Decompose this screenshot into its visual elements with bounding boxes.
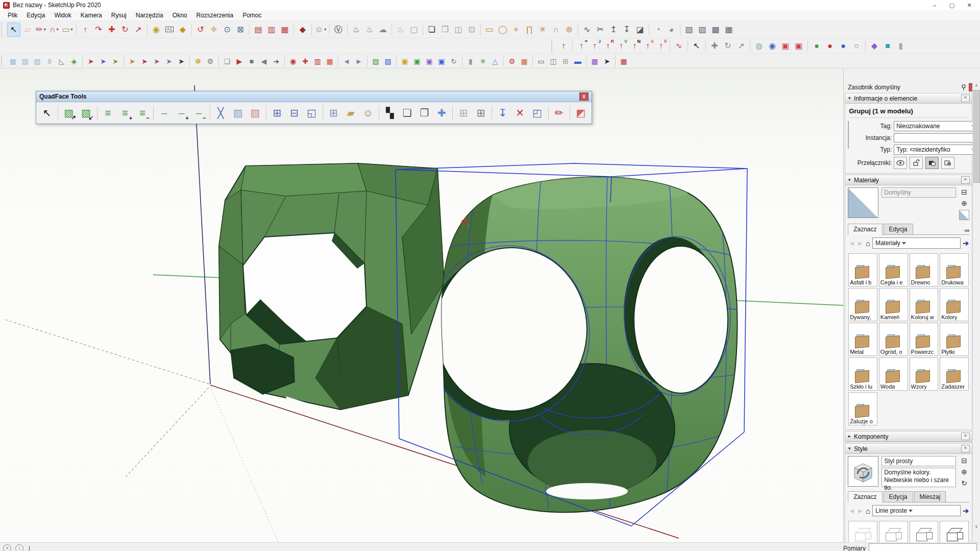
details-arrow-icon[interactable]: ➔ bbox=[963, 239, 969, 247]
faceted-polyhedron[interactable] bbox=[219, 163, 444, 410]
jpp-equal-icon[interactable]: ↑= bbox=[575, 39, 587, 53]
orbit-tool[interactable]: ↺ bbox=[194, 23, 207, 36]
vray-sphere-light-icon[interactable]: ◯ bbox=[497, 23, 509, 36]
quad-cube-icon[interactable]: ◈ bbox=[68, 56, 80, 67]
tape-measure-tool[interactable]: ◉ bbox=[150, 23, 162, 36]
forward-arrow-icon[interactable]: ► bbox=[857, 239, 864, 247]
material-name-field[interactable]: Domyślny bbox=[881, 187, 956, 198]
material-folder[interactable]: Ogród, o bbox=[879, 323, 908, 356]
qft-delete-edge[interactable]: ✕ bbox=[512, 104, 528, 122]
zoom-tool[interactable]: ⊙ bbox=[221, 23, 233, 36]
scene-pin-icon[interactable]: ➔ bbox=[271, 56, 282, 67]
axes-cube-green-icon[interactable]: ▧ bbox=[370, 56, 381, 67]
cube-green-icon[interactable]: ▣ bbox=[411, 56, 423, 67]
rectangle-tool[interactable]: ▭▾ bbox=[61, 23, 74, 36]
qft-unwrap-uv[interactable]: ☺ bbox=[360, 104, 376, 122]
qft-select-loop-add[interactable]: ≡+ bbox=[117, 104, 133, 122]
scroll-up-icon[interactable]: ∧ bbox=[973, 82, 980, 89]
play-icon[interactable]: ▶ bbox=[234, 56, 245, 67]
vray-fb-window-icon[interactable]: ❏ bbox=[426, 23, 438, 36]
vray-dome-light-icon[interactable]: ∩ bbox=[550, 23, 562, 36]
compass-icon[interactable]: ☸ bbox=[192, 56, 204, 67]
red-box-tool-icon-2[interactable]: ▣ bbox=[793, 39, 805, 53]
vray-render-icon[interactable]: ♨ bbox=[350, 23, 362, 36]
flask-icon[interactable]: △ bbox=[489, 56, 501, 67]
cast-shadows-toggle[interactable] bbox=[925, 157, 939, 169]
gear-red-icon[interactable]: ⚙ bbox=[506, 56, 518, 67]
qft-triangulated-to-quads[interactable]: ▨ bbox=[247, 104, 263, 122]
material-folder[interactable]: Szkło i lu bbox=[848, 357, 877, 391]
qft-convert-to-quads[interactable]: ▨ bbox=[230, 104, 246, 122]
purple-tool-icon[interactable]: ◆ bbox=[868, 39, 880, 53]
close-button[interactable]: ✕ bbox=[961, 1, 978, 10]
forward-arrow-icon[interactable]: ► bbox=[857, 507, 864, 515]
materials-tab-edycja[interactable]: Edycja bbox=[884, 224, 913, 234]
zoom-extents-tool[interactable]: ⊠ bbox=[234, 23, 247, 36]
vray-logo-icon[interactable]: Ⓥ bbox=[332, 23, 345, 36]
nav-right-icon[interactable]: ► bbox=[353, 56, 364, 67]
select-tool[interactable]: ↖ bbox=[7, 22, 20, 37]
measurements-input[interactable] bbox=[869, 543, 977, 551]
blue-sphere-tool-icon[interactable]: ● bbox=[837, 39, 849, 53]
details-arrow-icon[interactable]: ➔ bbox=[963, 507, 969, 515]
menu-plik[interactable]: Plik bbox=[3, 11, 22, 20]
arc-tool[interactable]: ∩▾ bbox=[48, 23, 60, 36]
material-folder[interactable]: Powierzc bbox=[910, 323, 939, 356]
rewind-icon[interactable]: ◀ bbox=[258, 56, 270, 67]
style-thumbnail[interactable] bbox=[940, 521, 969, 542]
palette-icon[interactable]: ▩ bbox=[589, 56, 600, 67]
material-folder[interactable]: Zadaszer bbox=[940, 357, 969, 391]
materials-close-button[interactable]: × bbox=[961, 176, 970, 184]
hidden-toggle[interactable] bbox=[894, 157, 907, 169]
paint-bucket-tool[interactable]: ◆ bbox=[177, 23, 189, 36]
toolbar-drag-handle[interactable] bbox=[1, 56, 6, 67]
jpp-extrude-icon[interactable]: ↑X bbox=[642, 39, 654, 53]
minimize-button[interactable]: – bbox=[926, 1, 943, 10]
joint-push-pull-icon[interactable]: ↑ bbox=[557, 39, 570, 53]
molecule-icon[interactable]: ✳ bbox=[477, 56, 488, 67]
menu-pomoc[interactable]: Pomoc bbox=[238, 11, 266, 20]
barrel-icon[interactable]: ▮ bbox=[465, 56, 476, 67]
hammer-wrench-icon[interactable]: ⚙ bbox=[205, 56, 216, 67]
cursor-rainbow-icon[interactable]: ➤ bbox=[127, 56, 138, 67]
expand-arrow-icon[interactable]: ► bbox=[847, 434, 851, 439]
back-arrow-icon[interactable]: ◄ bbox=[848, 507, 855, 515]
entity-info-header[interactable]: ▼ Informacje o elemencie × bbox=[845, 93, 972, 104]
material-folder[interactable]: Drewno bbox=[910, 253, 939, 286]
red-shield-icon[interactable]: ▥ bbox=[312, 56, 323, 67]
vray-omni-light-icon[interactable]: ✳ bbox=[536, 23, 549, 36]
qft-about[interactable]: ◩ bbox=[573, 104, 589, 122]
tray-scrollbar[interactable]: ∧ ∨ bbox=[972, 82, 980, 530]
vray-batch-render-icon[interactable]: ❐ bbox=[439, 23, 451, 36]
material-folder[interactable]: Żaluzje o bbox=[848, 392, 877, 425]
vray-interactive-icon[interactable]: ◔ bbox=[652, 23, 664, 36]
back-arrow-icon[interactable]: ◄ bbox=[848, 239, 855, 247]
create-style-icon[interactable]: ⊕ bbox=[959, 467, 969, 476]
material-folder[interactable]: Drukowa bbox=[940, 253, 969, 286]
cube-yellow-icon[interactable]: ▣ bbox=[399, 56, 410, 67]
share-component-icon[interactable]: ▥ bbox=[265, 23, 278, 36]
qft-copy-uv[interactable]: ❏ bbox=[399, 104, 415, 122]
curviloft-icon[interactable]: ∿ bbox=[673, 39, 685, 53]
material-folder[interactable]: Woda bbox=[879, 357, 908, 391]
soft-move-icon[interactable]: ✚ bbox=[708, 39, 721, 53]
qft-shrink-selection[interactable]: ▧↙ bbox=[78, 104, 94, 122]
tag-dropdown[interactable]: Nieoznakowane bbox=[894, 121, 977, 131]
qft-offset-loop[interactable]: ◱ bbox=[304, 104, 320, 122]
rotate-tool[interactable]: ↻ bbox=[119, 23, 131, 36]
vray-clipper-icon[interactable]: ✂ bbox=[594, 23, 606, 36]
vray-ies-light-icon[interactable]: ∏ bbox=[523, 23, 535, 36]
qft-smooth-quads[interactable]: ◰ bbox=[529, 104, 546, 122]
subd-crease-icon[interactable]: ▧ bbox=[19, 56, 31, 67]
vray-mesh-light-icon[interactable]: ⊚ bbox=[563, 23, 575, 36]
materials-header[interactable]: ▼ Materiały × bbox=[845, 175, 972, 185]
toolbar-drag-handle[interactable] bbox=[1, 22, 6, 36]
select-cursor-icon[interactable]: ↖ bbox=[691, 39, 703, 53]
scale-tool[interactable]: ↗ bbox=[132, 23, 144, 36]
qft-select[interactable]: ↖ bbox=[39, 104, 55, 122]
home-icon[interactable]: ⌂ bbox=[866, 239, 870, 248]
quadface-title-bar[interactable]: QuadFace Tools x bbox=[36, 91, 592, 102]
sculpt-move-icon[interactable]: ➤ bbox=[97, 56, 109, 67]
chaos-cloud-icon[interactable]: ☁ bbox=[377, 23, 389, 36]
styles-tab-edycja[interactable]: Edycja bbox=[884, 491, 913, 502]
